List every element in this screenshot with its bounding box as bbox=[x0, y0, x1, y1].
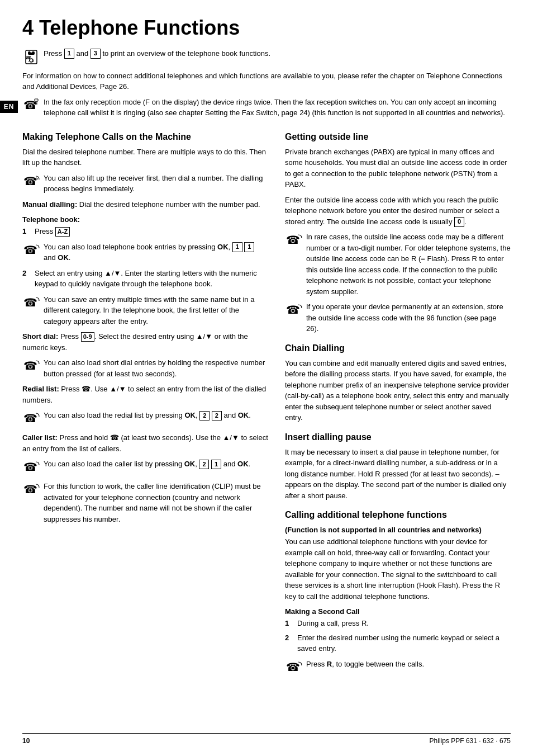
intro-body: For information on how to connect additi… bbox=[22, 70, 511, 92]
tip-box-entry-multiple: ☎ You can save an entry multiple times w… bbox=[22, 294, 268, 327]
svg-text:☎: ☎ bbox=[286, 304, 300, 316]
key-09: 0-9 bbox=[81, 332, 94, 342]
tip-text-sc: Press R, to toggle between the calls. bbox=[306, 659, 511, 670]
tip-box-1: ☎ Press 1 and 3 to print an overview of … bbox=[22, 48, 511, 66]
chain-dialling-title: Chain Dialling bbox=[285, 343, 511, 353]
phonebook-steps: 1 Press A-Z bbox=[22, 226, 268, 237]
key-cl1: 2 bbox=[199, 460, 209, 469]
tip-icon-pb: ☎ bbox=[22, 242, 40, 259]
calling-additional-subtitle: (Function is not supported in all countr… bbox=[285, 526, 511, 534]
svg-text:☎: ☎ bbox=[25, 55, 31, 60]
insert-pause-body: It may be necessary to insert a dial pau… bbox=[285, 447, 511, 502]
sc-step2-text: Enter the desired number using the numer… bbox=[297, 632, 511, 654]
tip1-press-label: Press bbox=[44, 49, 62, 58]
step-num-2: 2 bbox=[22, 268, 30, 290]
key-r1: 2 bbox=[199, 411, 210, 420]
tip-icon-sd: ☎ bbox=[22, 357, 40, 375]
sc-step1-text: During a call, press R. bbox=[297, 618, 369, 629]
tip-text-receiver: You can also lift up the receiver first,… bbox=[44, 173, 268, 195]
redial-label: Redial list: bbox=[22, 385, 59, 393]
svg-text:☎: ☎ bbox=[23, 360, 37, 372]
tip-icon-receiver: ☎ bbox=[22, 173, 40, 191]
making-calls-title: Making Telephone Calls on the Machine bbox=[22, 132, 268, 142]
left-column: Making Telephone Calls on the Machine Di… bbox=[22, 123, 268, 681]
key-cl2: 1 bbox=[211, 460, 221, 469]
svg-text:☎: ☎ bbox=[23, 412, 37, 424]
footer-model: Philips PPF 631 · 632 · 675 bbox=[430, 737, 511, 745]
tip-text-redial: You can also load the redial list by pre… bbox=[44, 410, 268, 421]
key-3: 3 bbox=[91, 49, 101, 58]
insert-pause-title: Insert dialling pause bbox=[285, 432, 511, 442]
tip-icon-outside2: ☎ bbox=[285, 301, 303, 319]
tip-box-clip: ☎ For this function to work, the caller … bbox=[22, 481, 268, 525]
tip-icon-sc: ☎ bbox=[285, 659, 303, 677]
key-az: A-Z bbox=[55, 227, 70, 237]
page-title: 4 Telephone Functions bbox=[22, 17, 511, 39]
second-call-title: Making a Second Call bbox=[285, 607, 511, 616]
caller-list: Caller list: Press and hold ☎ (at least … bbox=[22, 432, 268, 454]
phonebook-label: Telephone book: bbox=[22, 215, 268, 224]
short-dial: Short dial: Press 0-9. Select the desire… bbox=[22, 331, 268, 353]
tip-text-outside2: If you operate your device permanently a… bbox=[306, 301, 511, 334]
tip-box-second-call: ☎ Press R, to toggle between the calls. bbox=[285, 659, 511, 677]
chain-dialling-body: You can combine and edit manually entere… bbox=[285, 358, 511, 423]
phonebook-step1: 1 Press A-Z bbox=[22, 226, 268, 237]
tip-text-clip: For this function to work, the caller li… bbox=[44, 481, 268, 525]
svg-text:☎: ☎ bbox=[23, 461, 37, 473]
manual-dial-label: Manual dialling: bbox=[22, 200, 77, 209]
page-footer: 10 Philips PPF 631 · 632 · 675 bbox=[22, 733, 511, 745]
redial: Redial list: Press ☎. Use ▲/▼ to select … bbox=[22, 384, 268, 405]
caller-list-label: Caller list: bbox=[22, 433, 58, 442]
svg-text:☎: ☎ bbox=[286, 661, 300, 673]
sc-step-num-1: 1 bbox=[285, 618, 293, 629]
tip-icon-fax: ☎ bbox=[22, 97, 40, 115]
svg-text:☎: ☎ bbox=[23, 99, 37, 111]
key-pb-2: 1 bbox=[244, 242, 254, 252]
making-calls-body: Dial the desired telephone number. There… bbox=[22, 147, 268, 168]
calling-additional-body: You can use additional telephone functio… bbox=[285, 536, 511, 602]
svg-text:☎: ☎ bbox=[23, 483, 37, 495]
phonebook-step2: 2 Select an entry using ▲/▼. Enter the s… bbox=[22, 268, 268, 290]
getting-outside-body2: Enter the outside line access code with … bbox=[285, 195, 511, 228]
step-num-1: 1 bbox=[22, 226, 30, 237]
tip-text-entry-mult: You can save an entry multiple times wit… bbox=[44, 294, 268, 327]
footer-page-num: 10 bbox=[22, 737, 30, 745]
tip-box-phonebook-load: ☎ You can also load telephone book entri… bbox=[22, 242, 268, 263]
key-pb-1: 1 bbox=[232, 242, 242, 252]
manual-dial: Manual dialling: Dial the desired teleph… bbox=[22, 199, 268, 210]
tip-icon-redial: ☎ bbox=[22, 410, 40, 428]
language-label: EN bbox=[4, 103, 15, 111]
tip-icon-outside1: ☎ bbox=[285, 231, 303, 249]
second-call-steps: 1 During a call, press R. 2 Enter the de… bbox=[285, 618, 511, 654]
svg-text:☎: ☎ bbox=[23, 244, 37, 256]
tip-text-cl: You can also load the caller list by pre… bbox=[44, 459, 268, 470]
language-sidebar: EN bbox=[0, 101, 18, 113]
tip-box-caller-list: ☎ You can also load the caller list by p… bbox=[22, 459, 268, 476]
svg-text:☎: ☎ bbox=[23, 175, 37, 187]
right-column: Getting outside line Private branch exch… bbox=[285, 123, 511, 681]
tip-icon-1: ☎ bbox=[22, 48, 40, 66]
phonebook-step2-list: 2 Select an entry using ▲/▼. Enter the s… bbox=[22, 268, 268, 290]
manual-dial-text: Dial the desired telephone number with t… bbox=[79, 200, 260, 209]
step1-text: Press A-Z bbox=[35, 226, 70, 237]
getting-outside-title: Getting outside line bbox=[285, 132, 511, 142]
calling-additional-title: Calling additional telephone functions bbox=[285, 510, 511, 520]
short-dial-label: Short dial: bbox=[22, 332, 58, 341]
tip-box-redial: ☎ You can also load the redial list by p… bbox=[22, 410, 268, 428]
tip-icon-clip: ☎ bbox=[22, 481, 40, 499]
chapter-heading: 4 Telephone Functions bbox=[22, 16, 240, 39]
tip-text-fax: In the fax only reception mode (F on the… bbox=[44, 97, 511, 119]
svg-text:☎: ☎ bbox=[23, 296, 37, 309]
second-call-step2: 2 Enter the desired number using the num… bbox=[285, 632, 511, 654]
tip-box-fax: ☎ In the fax only reception mode (F on t… bbox=[22, 97, 511, 119]
tip-box-outside2: ☎ If you operate your device permanently… bbox=[285, 301, 511, 334]
second-call-step1: 1 During a call, press R. bbox=[285, 618, 511, 629]
tip-text-outside1: In rare cases, the outside line access c… bbox=[306, 231, 511, 297]
tip-text-pb-load: You can also load telephone book entries… bbox=[44, 242, 268, 263]
tip-box-outside1: ☎ In rare cases, the outside line access… bbox=[285, 231, 511, 297]
step2-text: Select an entry using ▲/▼. Enter the sta… bbox=[35, 268, 268, 290]
getting-outside-body1: Private branch exchanges (PABX) are typi… bbox=[285, 147, 511, 190]
tip-text-sd: You can also load short dial entries by … bbox=[44, 357, 268, 379]
sc-step-num-2: 2 bbox=[285, 632, 293, 654]
tip-icon-entry: ☎ bbox=[22, 294, 40, 312]
